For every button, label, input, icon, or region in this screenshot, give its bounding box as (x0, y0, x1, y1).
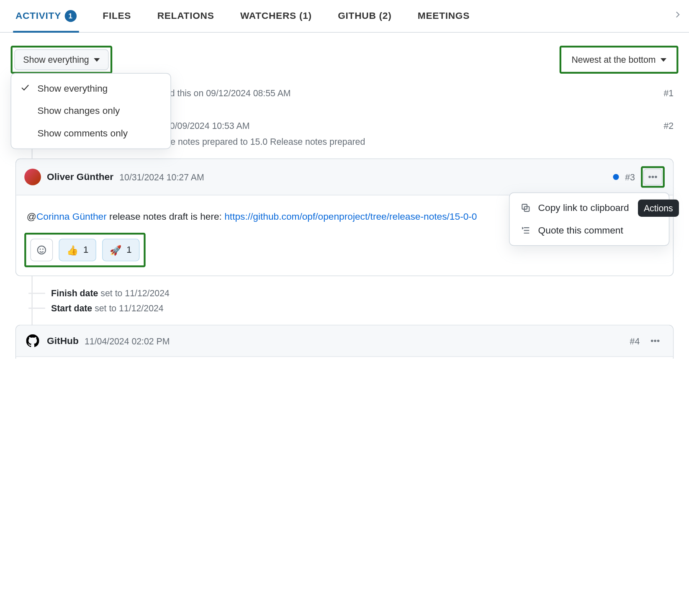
sort-dropdown-button[interactable]: Newest at the bottom (563, 49, 675, 70)
reaction-rocket[interactable]: 🚀 1 (102, 239, 139, 262)
thumbs-up-icon: 👍 (67, 244, 78, 256)
svg-point-11 (651, 340, 653, 341)
github-icon (24, 333, 41, 349)
check-icon (20, 82, 31, 95)
svg-point-1 (652, 176, 653, 177)
actions-tooltip: Actions (638, 200, 679, 217)
comment-author: Oliver Günther (47, 172, 113, 182)
reaction-count: 1 (126, 245, 132, 256)
tab-github[interactable]: GITHUB (2) (337, 0, 393, 32)
filter-dropdown-button[interactable]: Show everything (14, 49, 108, 70)
external-link[interactable]: https://github.com/opf/openproject/tree/… (224, 211, 477, 221)
reaction-thumbs-up[interactable]: 👍 1 (59, 239, 96, 262)
activity-entry-1-index: #1 (663, 88, 674, 98)
rocket-icon: 🚀 (110, 244, 121, 256)
comment-author: GitHub (47, 336, 79, 346)
comment-body: Opened Pull request #17107 Release Notes… (16, 357, 673, 359)
filter-dropdown-highlight: Show everything (11, 46, 113, 74)
unread-indicator-icon (613, 174, 619, 180)
comment-card-3: Oliver Günther 10/31/2024 10:27 AM #3 @C… (15, 159, 674, 276)
finish-date-change: Finish date set to 11/12/2024 (15, 286, 674, 300)
svg-point-0 (649, 176, 650, 177)
tab-activity-label: ACTIVITY (15, 11, 61, 22)
svg-point-12 (654, 340, 656, 341)
sort-dropdown-label: Newest at the bottom (571, 55, 656, 65)
chevron-down-icon (661, 58, 666, 62)
filter-option-comments[interactable]: Show comments only (11, 122, 170, 145)
comment-index: #4 (630, 336, 640, 346)
svg-point-2 (655, 176, 656, 177)
actions-button-highlight (641, 166, 665, 187)
tab-files[interactable]: FILES (101, 0, 132, 32)
filter-option-everything[interactable]: Show everything (11, 77, 170, 100)
comment-actions-button[interactable] (645, 333, 664, 349)
tab-activity[interactable]: ACTIVITY 1 (14, 0, 78, 32)
reactions-highlight: 👍 1 🚀 1 (24, 233, 145, 267)
sort-dropdown-highlight: Newest at the bottom (560, 46, 678, 74)
mention-link[interactable]: Corinna Günther (36, 211, 107, 221)
tabs-scroll-right-icon[interactable] (672, 9, 683, 23)
comment-actions-button[interactable] (643, 169, 662, 185)
tabs-bar: ACTIVITY 1 FILES RELATIONS WATCHERS (1) … (0, 0, 689, 33)
svg-point-3 (38, 246, 46, 254)
activity-entry-1-text: d this on 09/12/2024 08:55 AM (170, 88, 291, 98)
filter-dropdown-menu: Show everything Show changes only Show c… (11, 73, 171, 149)
tab-relations[interactable]: RELATIONS (156, 0, 216, 32)
svg-point-13 (658, 340, 659, 341)
activity-entry-2-ts: 0/09/2024 10:53 AM (170, 121, 250, 131)
activity-filter-bar: Show everything Newest at the bottom Sho… (0, 33, 689, 74)
filter-dropdown-label: Show everything (23, 55, 89, 65)
filter-option-changes[interactable]: Show changes only (11, 100, 170, 122)
action-quote-comment[interactable]: Quote this comment (510, 219, 669, 242)
comment-timestamp: 10/31/2024 10:27 AM (119, 172, 204, 182)
add-reaction-button[interactable] (30, 239, 53, 262)
comment-index: #3 (625, 172, 635, 182)
comment-timestamp: 11/04/2024 02:02 PM (85, 336, 170, 346)
comment-card-4: GitHub 11/04/2024 02:02 PM #4 Opened Pul… (15, 325, 674, 359)
tab-watchers[interactable]: WATCHERS (1) (239, 0, 313, 32)
activity-entry-2-index: #2 (663, 121, 674, 131)
tab-activity-badge: 1 (65, 10, 77, 22)
mention-prefix: @ (27, 211, 36, 221)
reaction-count: 1 (83, 245, 89, 256)
comment-card-3-header: Oliver Günther 10/31/2024 10:27 AM #3 (16, 159, 673, 195)
reactions-bar: 👍 1 🚀 1 (28, 236, 142, 264)
svg-point-4 (40, 249, 41, 249)
comment-card-4-header: GitHub 11/04/2024 02:02 PM #4 (16, 326, 673, 357)
start-date-change: Start date set to 11/12/2024 (15, 300, 674, 315)
tab-meetings[interactable]: MEETINGS (416, 0, 471, 32)
avatar (24, 169, 41, 185)
svg-point-5 (43, 249, 43, 249)
chevron-down-icon (94, 58, 100, 62)
